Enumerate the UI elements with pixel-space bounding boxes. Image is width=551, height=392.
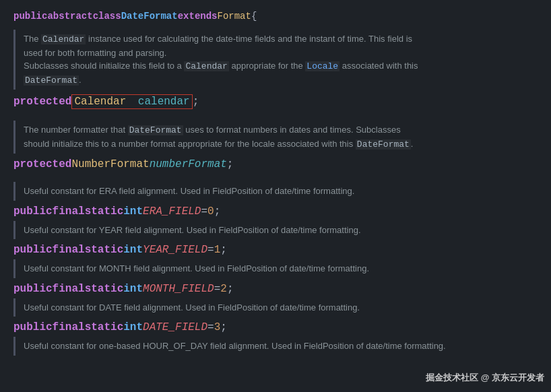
keyword-final-2: final — [53, 244, 85, 256]
const-date-field: DATE_FIELD — [143, 321, 207, 333]
type-numberformat: NumberFormat — [71, 158, 149, 170]
comment-block-5: Useful constant for MONTH field alignmen… — [13, 259, 551, 278]
comment7-line-1: Useful constant for one-based HOUR_OF_DA… — [24, 339, 543, 353]
value-2: 2 — [220, 283, 227, 295]
keyword-protected-1: protected — [13, 96, 71, 108]
var-calendar: calendar — [138, 96, 190, 108]
comment3-line-1: Useful constant for ERA field alignment.… — [24, 185, 543, 198]
semicolon-1: ; — [193, 96, 199, 108]
semicolon-4: ; — [220, 244, 227, 256]
header-line: public abstract class DateFormat extends… — [0, 7, 551, 28]
keyword-int-3: int — [123, 283, 143, 295]
comment-block-7: Useful constant for one-based HOUR_OF_DA… — [13, 337, 551, 356]
type-calendar: Calendar — [74, 96, 126, 108]
constant-era-field: public final static int ERA_FIELD = 0 ; — [0, 203, 551, 220]
keyword-static-1: static — [85, 205, 124, 218]
comment-block-1: The Calendar instance used for calculati… — [13, 30, 551, 90]
comment-line-3: Subclasses should initialize this field … — [24, 59, 543, 73]
keyword-protected-2: protected — [13, 158, 71, 170]
keyword-public-1: public — [13, 205, 53, 218]
const-month-field: MONTH_FIELD — [143, 283, 214, 295]
comment-block-3: Useful constant for ERA field alignment.… — [13, 182, 551, 201]
equals-3: = — [214, 283, 221, 295]
calendar-field-highlight: Calendar calendar — [71, 94, 192, 109]
keyword-final-4: final — [53, 321, 85, 333]
comment-line-1: The Calendar instance used for calculati… — [24, 32, 543, 46]
semicolon-3: ; — [214, 205, 221, 218]
value-0: 0 — [207, 205, 214, 218]
keyword-class: class — [93, 11, 121, 22]
comment-line-2: used for both formatting and parsing. — [24, 46, 543, 60]
keyword-public-4: public — [13, 321, 53, 333]
comment2-line-1: The number formatter that DateFormat use… — [24, 123, 543, 137]
value-3: 3 — [214, 321, 221, 333]
space — [129, 96, 135, 108]
constant-month-field: public final static int MONTH_FIELD = 2 … — [0, 281, 551, 297]
constant-date-field: public final static int DATE_FIELD = 3 ; — [0, 319, 551, 335]
keyword-static-3: static — [85, 283, 124, 295]
semicolon-5: ; — [227, 283, 234, 295]
keyword-final-1: final — [53, 205, 85, 218]
keyword-int-4: int — [123, 321, 143, 333]
open-brace: { — [251, 11, 257, 22]
semicolon-2: ; — [227, 158, 234, 170]
keyword-public: public — [13, 11, 47, 22]
comment6-line-1: Useful constant for DATE field alignment… — [24, 301, 543, 315]
constant-year-field: public final static int YEAR_FIELD = 1 ; — [0, 242, 551, 258]
keyword-int-1: int — [123, 205, 143, 218]
keyword-extends: extends — [178, 11, 218, 22]
const-era-field: ERA_FIELD — [143, 205, 201, 218]
keyword-int-2: int — [123, 244, 143, 256]
comment-block-2: The number formatter that DateFormat use… — [13, 121, 551, 154]
equals-4: = — [207, 321, 214, 333]
keyword-public-2: public — [13, 244, 53, 256]
comment-block-4: Useful constant for YEAR field alignment… — [13, 221, 551, 240]
field-calendar-declaration: protected Calendar calendar ; — [0, 92, 551, 111]
value-1: 1 — [214, 244, 221, 256]
comment5-line-1: Useful constant for MONTH field alignmen… — [24, 262, 543, 275]
code-container: public abstract class DateFormat extends… — [0, 0, 551, 392]
keyword-public-3: public — [13, 283, 53, 295]
keyword-static-4: static — [85, 321, 124, 333]
equals-1: = — [201, 205, 207, 218]
keyword-static-2: static — [85, 244, 124, 256]
watermark: 掘金技术社区 @ 京东云开发者 — [426, 372, 544, 384]
field-numberformat-declaration: protected NumberFormat numberFormat ; — [0, 156, 551, 172]
keyword-abstract: abstract — [47, 11, 92, 22]
comment4-line-1: Useful constant for YEAR field alignment… — [24, 224, 543, 237]
semicolon-6: ; — [220, 321, 227, 333]
class-format: Format — [217, 11, 251, 22]
var-numberformat: numberFormat — [150, 158, 227, 170]
equals-2: = — [207, 244, 214, 256]
comment-block-6: Useful constant for DATE field alignment… — [13, 298, 551, 317]
comment2-line-2: should initialize this to a number forma… — [24, 137, 543, 152]
keyword-final-3: final — [53, 283, 85, 295]
comment-line-4: DateFormat. — [24, 73, 543, 88]
const-year-field: YEAR_FIELD — [143, 244, 207, 256]
class-dateformat: DateFormat — [121, 11, 178, 22]
